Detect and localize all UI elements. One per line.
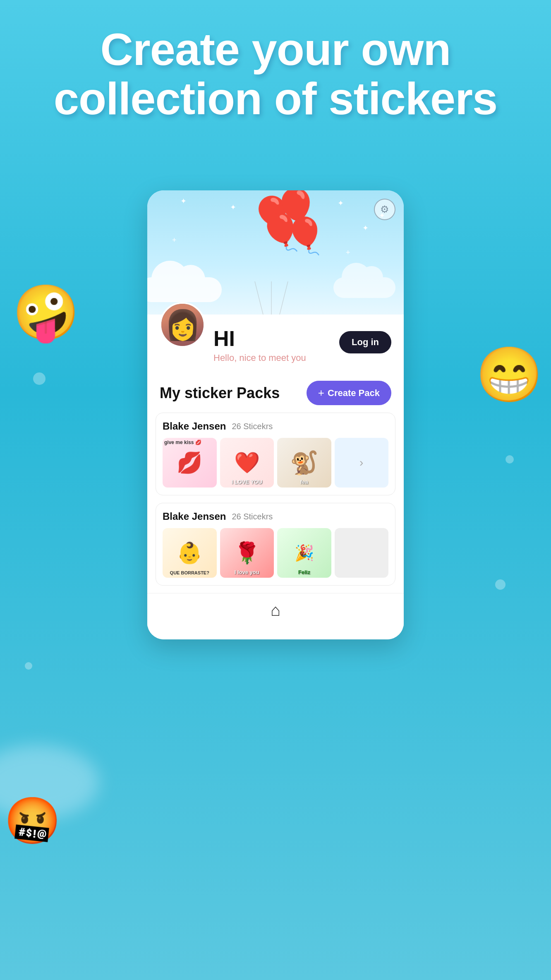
hero-title-block: Create your own collection of stickers xyxy=(0,0,551,123)
sticker-1-more: › xyxy=(335,438,389,488)
more-indicator: › xyxy=(359,456,363,469)
phone-inner: ✦ ✦ ✦ ✦ ✦ + + ✦ ⚙ 🎈 🎈 🎈 🎈 xyxy=(147,190,404,639)
star-4: ✦ xyxy=(338,199,344,208)
create-pack-button[interactable]: + Create Pack xyxy=(307,381,391,405)
decorative-bubble-4 xyxy=(25,662,32,670)
sticker-emoji-baby: 👶 xyxy=(177,541,202,565)
balloon-cluster: 🎈 🎈 🎈 🎈 xyxy=(250,195,296,238)
sticker-1-kiss: 💋 give me kiss 💋 xyxy=(163,438,217,488)
decorative-bubble-2 xyxy=(505,455,514,464)
phone-body: HI Hello, nice to meet you Log in My sti… xyxy=(147,315,404,639)
sticker-feliz-label: Feliz xyxy=(279,569,330,575)
sticker-2-feliz: 🎉 Feliz xyxy=(277,528,331,578)
packs-title: My sticker Packs xyxy=(160,384,280,402)
star-6: + xyxy=(172,236,177,245)
sticker-emoji-kiss: 💋 xyxy=(177,451,202,475)
profile-info: HI Hello, nice to meet you xyxy=(213,332,306,363)
sticker-emoji-monkey: 🐒 xyxy=(290,449,319,476)
avatar-wrap xyxy=(160,302,205,348)
sticker-2-label: I LOVE YOU xyxy=(222,479,273,485)
sticker-1-label: give me kiss 💋 xyxy=(164,440,201,445)
star-2: ✦ xyxy=(230,203,236,212)
pack-1-count: 26 Sticekrs xyxy=(232,422,273,431)
pack-1-stickers: 💋 give me kiss 💋 ❤️ I LOVE YOU 🐒 fea xyxy=(163,438,388,488)
bottom-navigation: ⌂ xyxy=(147,593,404,627)
decorative-bubble-1 xyxy=(33,372,46,385)
profile-subtitle: Hello, nice to meet you xyxy=(213,353,306,363)
banner-cloud-left xyxy=(147,277,222,302)
sticker-1-monkey: 🐒 fea xyxy=(277,438,331,488)
balloon-emoji-4: 🎈 xyxy=(283,215,327,257)
packs-header: My sticker Packs + Create Pack xyxy=(147,377,404,413)
sticker-2-placeholder xyxy=(335,528,389,578)
sticker-emoji-roses: 🌹 xyxy=(234,541,260,565)
avatar-face xyxy=(161,304,204,346)
banner-cloud-right xyxy=(333,277,395,298)
svg-line-0 xyxy=(255,281,263,315)
login-button[interactable]: Log in xyxy=(339,331,391,353)
floating-emoji-right: 😁 xyxy=(476,343,543,406)
pack-2-stickers: 👶 QUE BORRASTE? 🌹 I love you 🎉 Feliz xyxy=(163,528,388,578)
avatar xyxy=(160,302,205,348)
hero-title-line2: collection of stickers xyxy=(0,74,551,123)
sticker-emoji-feliz: 🎉 xyxy=(295,544,314,562)
sticker-3-label: fea xyxy=(279,479,330,485)
decorative-bubble-3 xyxy=(495,579,505,590)
sticker-2-roses: 🌹 I love you xyxy=(220,528,274,578)
hero-title-line1: Create your own xyxy=(0,25,551,74)
star-5: ✦ xyxy=(362,223,369,233)
pack-card-2-header: Blake Jensen 26 Sticekrs xyxy=(163,511,388,522)
pack-1-author: Blake Jensen xyxy=(163,420,226,432)
pack-2-author: Blake Jensen xyxy=(163,511,226,522)
plus-icon: + xyxy=(318,387,324,399)
sticker-roses-label: I love you xyxy=(222,569,273,575)
balloon-strings xyxy=(230,281,313,315)
svg-line-2 xyxy=(280,281,288,315)
sticker-emoji-love: ❤️ xyxy=(234,451,260,475)
home-icon: ⌂ xyxy=(271,601,280,620)
star-7: + xyxy=(346,248,350,257)
profile-name: HI xyxy=(213,326,306,351)
settings-icon[interactable]: ⚙ xyxy=(374,199,395,220)
nav-home[interactable]: ⌂ xyxy=(271,601,280,620)
create-pack-label: Create Pack xyxy=(328,388,380,399)
pack-2-count: 26 Sticekrs xyxy=(232,512,273,521)
floating-emoji-left: 🤪 xyxy=(12,281,79,344)
pack-card-1-header: Blake Jensen 26 Sticekrs xyxy=(163,420,388,432)
sticker-2-baby: 👶 QUE BORRASTE? xyxy=(163,528,217,578)
sticker-1-love: ❤️ I LOVE YOU xyxy=(220,438,274,488)
decorative-cloud-left xyxy=(0,745,99,819)
profile-left: HI Hello, nice to meet you xyxy=(160,323,306,368)
star-1: ✦ xyxy=(180,197,187,206)
profile-section: HI Hello, nice to meet you Log in xyxy=(147,315,404,377)
pack-card-2[interactable]: Blake Jensen 26 Sticekrs 👶 QUE BORRASTE?… xyxy=(156,503,395,586)
pack-card-1[interactable]: Blake Jensen 26 Sticekrs 💋 give me kiss … xyxy=(156,413,395,495)
sticker-baby-label: QUE BORRASTE? xyxy=(164,570,215,575)
phone-banner: ✦ ✦ ✦ ✦ ✦ + + ✦ ⚙ 🎈 🎈 🎈 🎈 xyxy=(147,190,404,315)
